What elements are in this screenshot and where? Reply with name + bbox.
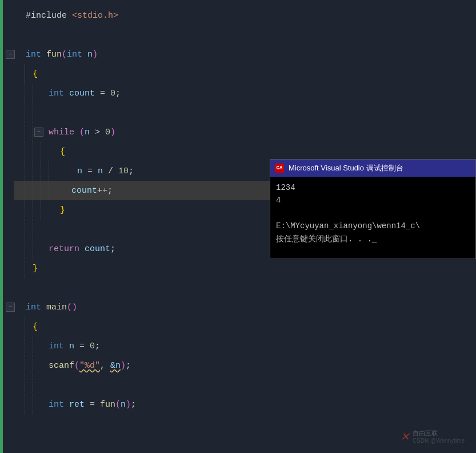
code-line-ret-decl: int ret = fun(n); (20, 395, 476, 414)
code-line-blank4 (20, 278, 476, 297)
watermark-csdn: CSDN @Wennytime (413, 438, 465, 444)
console-output-line3 (276, 207, 470, 220)
code-line-count-decl: int count = 0; (20, 84, 476, 103)
fold-button-fun[interactable]: − (6, 50, 15, 59)
fold-button-while[interactable]: − (34, 128, 43, 137)
fold-button-main[interactable]: − (6, 303, 15, 312)
code-line-brace2: { (20, 142, 476, 161)
watermark-x-icon: ✕ (401, 428, 409, 444)
console-output: 1234 4 E:\MYcyuyan_xianyong\wenn14_c\ 按任… (270, 177, 475, 259)
console-app-icon: CA (275, 164, 284, 173)
code-line-scanf: scanf("%d", &n); (20, 356, 476, 375)
console-output-line4: E:\MYcyuyan_xianyong\wenn14_c\ (276, 220, 470, 232)
watermark: ✕ 自由互联 CSDN @Wennytime (401, 428, 465, 444)
console-output-line2: 4 (276, 194, 470, 206)
code-line-fun-def: − int fun(int n) (20, 45, 476, 64)
code-editor: #include <stdio.h> − int fun(int n) { in… (0, 0, 476, 453)
watermark-brand: 自由互联 (413, 429, 465, 438)
code-line-brace1: { (20, 64, 476, 84)
code-line-blank2 (20, 103, 476, 122)
console-output-line5: 按任意键关闭此窗口. . ._ (276, 233, 470, 245)
code-line-n-decl: int n = 0; (20, 336, 476, 356)
code-line-brace5: { (20, 317, 476, 336)
console-title: Microsoft Visual Studio 调试控制台 (289, 163, 471, 173)
console-titlebar: CA Microsoft Visual Studio 调试控制台 (270, 160, 475, 177)
console-popup: CA Microsoft Visual Studio 调试控制台 1234 4 … (270, 159, 476, 259)
console-output-line1: 1234 (276, 181, 470, 194)
code-line-blank5 (20, 375, 476, 395)
green-status-bar (0, 0, 3, 453)
code-line-brace4: } (20, 259, 476, 278)
code-line-main-def: − int main() (20, 297, 476, 317)
code-line-while: − while (n > 0) (20, 122, 476, 142)
code-line-include: #include <stdio.h> (20, 6, 476, 25)
code-line-blank1 (20, 25, 476, 45)
